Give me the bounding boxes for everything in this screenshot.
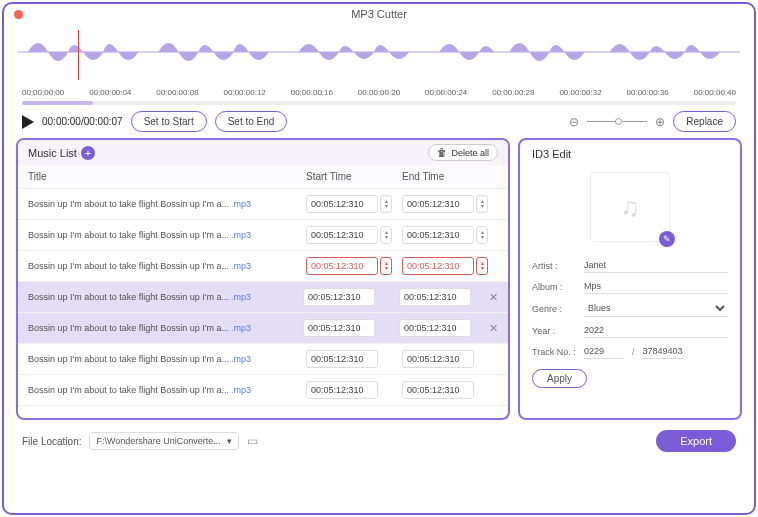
table-row[interactable]: Bossin up I'm about to take flight Bossi…: [18, 375, 508, 406]
track-label: Track No. :: [532, 347, 584, 357]
start-stepper[interactable]: ▴▾: [380, 226, 392, 244]
start-time-input[interactable]: 00:05:12:310: [306, 381, 378, 399]
artist-input[interactable]: [584, 258, 728, 273]
table-row[interactable]: Bossin up I'm about to take flight Bossi…: [18, 313, 508, 344]
timeline-tick: 00:00:00:12: [224, 88, 266, 97]
chevron-down-icon: ▾: [227, 436, 232, 446]
track-a-input[interactable]: [584, 344, 624, 359]
id3-header: ID3 Edit: [532, 148, 728, 160]
start-time-input[interactable]: 00:05:12:310: [306, 195, 378, 213]
end-stepper[interactable]: ▴▾: [476, 257, 488, 275]
end-time-input[interactable]: 00:05:12:310: [402, 257, 474, 275]
timeline-ruler: 00:00:00:0000:00:00:0400:00:00:0800:00:0…: [22, 88, 736, 97]
start-time-input[interactable]: 00:05:12:310: [306, 257, 378, 275]
track-name: Bossin up I'm about to take flight Bossi…: [28, 323, 303, 333]
close-icon[interactable]: [14, 10, 23, 19]
start-stepper[interactable]: ▴▾: [380, 257, 392, 275]
zoom-out-icon[interactable]: ⊖: [569, 115, 579, 129]
artist-label: Artist :: [532, 261, 584, 271]
zoom-thumb[interactable]: [615, 118, 622, 125]
timeline-tick: 00:00:00:24: [425, 88, 467, 97]
start-time-input[interactable]: 00:05:12:310: [306, 226, 378, 244]
add-icon[interactable]: +: [81, 146, 95, 160]
delete-all-label: Delete all: [451, 148, 489, 158]
year-input[interactable]: [584, 323, 728, 338]
track-name: Bossin up I'm about to take flight Bossi…: [28, 385, 306, 395]
timeline-tick: 00:00:00:00: [22, 88, 64, 97]
zoom-in-icon[interactable]: ⊕: [655, 115, 665, 129]
track-name: Bossin up I'm about to take flight Bossi…: [28, 354, 306, 364]
file-location-label: File Location:: [22, 436, 81, 447]
scrubber[interactable]: [22, 101, 736, 105]
table-row[interactable]: Bossin up I'm about to take flight Bossi…: [18, 251, 508, 282]
album-art[interactable]: ♫ ✎: [590, 172, 670, 242]
waveform-icon: [18, 30, 740, 74]
trash-icon: 🗑: [437, 147, 447, 158]
timecode: 00:00:00/00:00:07: [42, 116, 123, 127]
remove-icon[interactable]: ✕: [489, 291, 498, 304]
track-name: Bossin up I'm about to take flight Bossi…: [28, 230, 306, 240]
table-row[interactable]: Bossin up I'm about to take flight Bossi…: [18, 220, 508, 251]
id3-panel: ID3 Edit ♫ ✎ Artist : Album : Genre :Blu…: [518, 138, 742, 420]
app-window: MP3 Cutter 00:00:00:0000:00:00:0400:00:0…: [2, 2, 756, 515]
file-ext: .mp3: [231, 292, 251, 302]
track-b-input[interactable]: [643, 344, 683, 359]
timeline-tick: 00:00:00:40: [694, 88, 736, 97]
end-time-input[interactable]: 00:05:12:310: [402, 195, 474, 213]
timeline-tick: 00:00:00:36: [627, 88, 669, 97]
album-label: Album :: [532, 282, 584, 292]
file-ext: .mp3: [231, 323, 251, 333]
timeline-tick: 00:00:00:08: [156, 88, 198, 97]
start-time-input[interactable]: 00:05:12:310: [303, 319, 375, 337]
col-title: Title: [28, 171, 306, 182]
set-end-button[interactable]: Set to End: [215, 111, 288, 132]
start-stepper[interactable]: ▴▾: [380, 195, 392, 213]
file-ext: .mp3: [231, 230, 251, 240]
end-time-input[interactable]: 00:05:12:310: [402, 226, 474, 244]
remove-icon[interactable]: ✕: [489, 322, 498, 335]
titlebar: MP3 Cutter: [4, 4, 754, 26]
table-row[interactable]: Bossin up I'm about to take flight Bossi…: [18, 282, 508, 313]
file-ext: .mp3: [231, 385, 251, 395]
music-list-header: Music List: [28, 147, 77, 159]
timeline-tick: 00:00:00:28: [492, 88, 534, 97]
waveform-area[interactable]: [18, 30, 740, 86]
table-row[interactable]: Bossin up I'm about to take flight Bossi…: [18, 189, 508, 220]
table-row[interactable]: Bossin up I'm about to take flight Bossi…: [18, 344, 508, 375]
track-separator: /: [632, 347, 635, 357]
timeline-tick: 00:00:00:04: [89, 88, 131, 97]
delete-all-button[interactable]: 🗑 Delete all: [428, 144, 498, 161]
year-label: Year :: [532, 326, 584, 336]
end-time-input[interactable]: 00:05:12:310: [399, 319, 471, 337]
end-time-input[interactable]: 00:05:12:310: [402, 350, 474, 368]
apply-button[interactable]: Apply: [532, 369, 587, 388]
set-start-button[interactable]: Set to Start: [131, 111, 207, 132]
playhead-icon[interactable]: [78, 30, 79, 80]
start-time-input[interactable]: 00:05:12:310: [303, 288, 375, 306]
timeline-tick: 00:00:00:16: [291, 88, 333, 97]
start-time-input[interactable]: 00:05:12:310: [306, 350, 378, 368]
export-button[interactable]: Export: [656, 430, 736, 452]
controls-row: 00:00:00/00:00:07 Set to Start Set to En…: [22, 111, 736, 132]
window-title: MP3 Cutter: [351, 8, 407, 20]
end-stepper[interactable]: ▴▾: [476, 226, 488, 244]
file-ext: .mp3: [231, 199, 251, 209]
timeline-tick: 00:00:00:32: [559, 88, 601, 97]
track-name: Bossin up I'm about to take flight Bossi…: [28, 199, 306, 209]
album-input[interactable]: [584, 279, 728, 294]
end-time-input[interactable]: 00:05:12:310: [399, 288, 471, 306]
end-stepper[interactable]: ▴▾: [476, 195, 488, 213]
zoom-slider[interactable]: [587, 121, 647, 122]
end-time-input[interactable]: 00:05:12:310: [402, 381, 474, 399]
track-name: Bossin up I'm about to take flight Bossi…: [28, 261, 306, 271]
folder-icon[interactable]: ▭: [247, 434, 258, 448]
play-icon[interactable]: [22, 115, 34, 129]
replace-button[interactable]: Replace: [673, 111, 736, 132]
scrubber-fill: [22, 101, 93, 105]
edit-art-icon[interactable]: ✎: [659, 231, 675, 247]
genre-select[interactable]: Blues: [584, 300, 728, 317]
file-location-dropdown[interactable]: F:\Wondershare UniConverte...▾: [89, 432, 239, 450]
col-start: Start Time: [306, 171, 402, 182]
col-end: End Time: [402, 171, 498, 182]
genre-label: Genre :: [532, 304, 584, 314]
